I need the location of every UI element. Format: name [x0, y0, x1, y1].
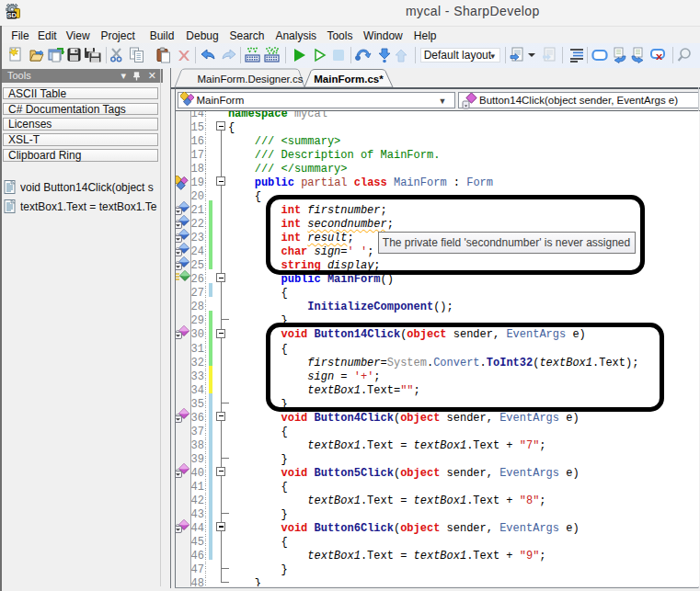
svg-text:MainForm.Designer.cs: MainForm.Designer.cs: [197, 74, 303, 85]
svg-text:SD: SD: [6, 11, 17, 19]
svg-text:MainForm.cs*: MainForm.cs*: [314, 74, 384, 85]
